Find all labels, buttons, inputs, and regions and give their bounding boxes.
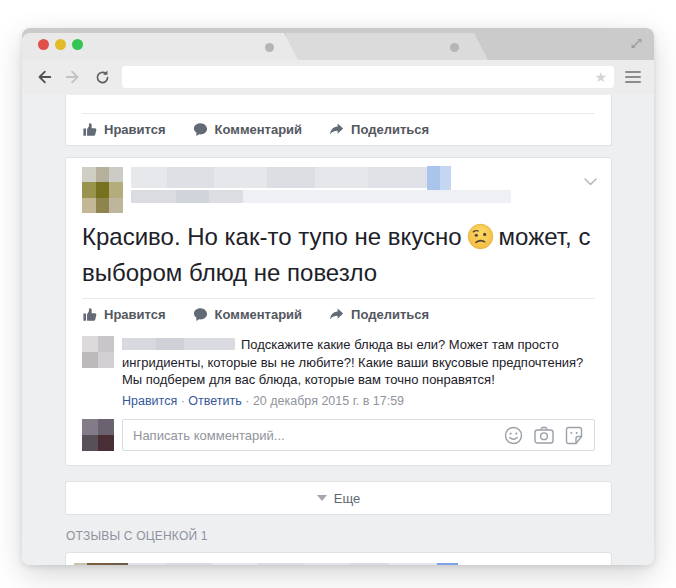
post-timestamp-blurred[interactable] xyxy=(131,190,243,203)
commenter-avatar-blurred[interactable] xyxy=(82,336,114,368)
back-button[interactable] xyxy=(35,68,53,86)
more-button[interactable]: Еще xyxy=(65,481,612,515)
browser-window: ★ Нравится Комментарий Поделиться xyxy=(22,28,654,565)
close-button[interactable] xyxy=(38,39,49,50)
comment-timestamp[interactable]: 20 декабря 2015 г. в 17:59 xyxy=(253,394,404,408)
post-options-chevron-icon[interactable] xyxy=(584,172,597,190)
review-post-card: Красиво. Но как-то тупо не вкусно может,… xyxy=(65,157,612,466)
comment-input-box[interactable] xyxy=(122,419,595,451)
share-button[interactable]: Поделиться xyxy=(329,307,429,322)
thumbs-up-icon xyxy=(82,307,97,322)
share-arrow-icon xyxy=(329,307,344,322)
comment-label: Комментарий xyxy=(215,122,303,137)
review-post-card-next xyxy=(65,552,612,565)
commenter-name-blurred[interactable] xyxy=(122,338,235,350)
post-card-partial: Нравится Комментарий Поделиться xyxy=(65,95,612,146)
minimize-button[interactable] xyxy=(55,39,66,50)
browser-toolbar: ★ xyxy=(22,60,654,94)
post-actions: Нравится Комментарий Поделиться xyxy=(66,299,611,330)
share-button[interactable]: Поделиться xyxy=(329,122,429,137)
more-label: Еще xyxy=(334,491,360,506)
comment-label: Комментарий xyxy=(215,307,303,322)
author-link-blurred[interactable] xyxy=(427,166,451,193)
author-avatar-blurred[interactable] xyxy=(82,167,123,213)
tab-favicon xyxy=(265,43,274,52)
like-label: Нравится xyxy=(104,307,166,322)
address-input[interactable] xyxy=(129,70,594,84)
chevron-down-icon xyxy=(317,495,327,501)
comment: Подскажите какие блюда вы ели? Может там… xyxy=(66,330,611,410)
expand-arrows-icon[interactable] xyxy=(629,36,644,55)
like-button[interactable]: Нравится xyxy=(82,307,166,322)
author-name-blurred[interactable] xyxy=(131,167,427,188)
meta-separator: · xyxy=(245,394,249,408)
share-label: Поделиться xyxy=(351,122,429,137)
comment-reply-link[interactable]: Ответить xyxy=(188,394,241,408)
meta-separator: · xyxy=(181,394,185,408)
viewer-avatar-blurred xyxy=(82,419,114,451)
comment-button[interactable]: Комментарий xyxy=(193,122,303,137)
like-label: Нравится xyxy=(104,122,166,137)
share-label: Поделиться xyxy=(351,307,429,322)
comment-like-link[interactable]: Нравится xyxy=(122,394,177,408)
post-header xyxy=(66,158,611,216)
like-button[interactable]: Нравится xyxy=(82,122,166,137)
refresh-button[interactable] xyxy=(93,68,111,86)
post-actions: Нравится Комментарий Поделиться xyxy=(66,114,611,145)
bookmark-star-icon[interactable]: ★ xyxy=(594,70,607,84)
comment-meta: Нравится · Ответить · 20 декабря 2015 г.… xyxy=(122,393,595,411)
address-bar[interactable]: ★ xyxy=(122,66,614,88)
comment-bubble-icon xyxy=(193,307,208,322)
comment-bubble-icon xyxy=(193,122,208,137)
share-arrow-icon xyxy=(329,122,344,137)
tab-bar xyxy=(22,28,654,60)
section-heading: ОТЗЫВЫ С ОЦЕНКОЙ 1 xyxy=(66,529,611,543)
comment-input-row xyxy=(66,410,611,461)
forward-button[interactable] xyxy=(64,68,82,86)
thumbs-up-icon xyxy=(82,122,97,137)
post-text-before: Красиво. Но как-то тупо не вкусно xyxy=(82,223,462,250)
feed-content: Нравится Комментарий Поделиться xyxy=(22,94,654,565)
comment-input[interactable] xyxy=(133,428,493,443)
comment-body: Подскажите какие блюда вы ели? Может там… xyxy=(122,336,595,410)
window-controls xyxy=(38,39,83,50)
tab-favicon xyxy=(450,43,459,52)
comment-button[interactable]: Комментарий xyxy=(193,307,303,322)
maximize-button[interactable] xyxy=(72,39,83,50)
post-text: Красиво. Но как-то тупо не вкусно может,… xyxy=(66,216,611,298)
emoji-smiley-icon[interactable] xyxy=(504,426,523,445)
camera-icon[interactable] xyxy=(534,426,554,444)
sticker-icon[interactable] xyxy=(565,426,584,445)
menu-hamburger-icon[interactable] xyxy=(625,71,641,83)
confused-face-emoji xyxy=(467,223,494,257)
author-row-blurred[interactable] xyxy=(74,563,458,565)
